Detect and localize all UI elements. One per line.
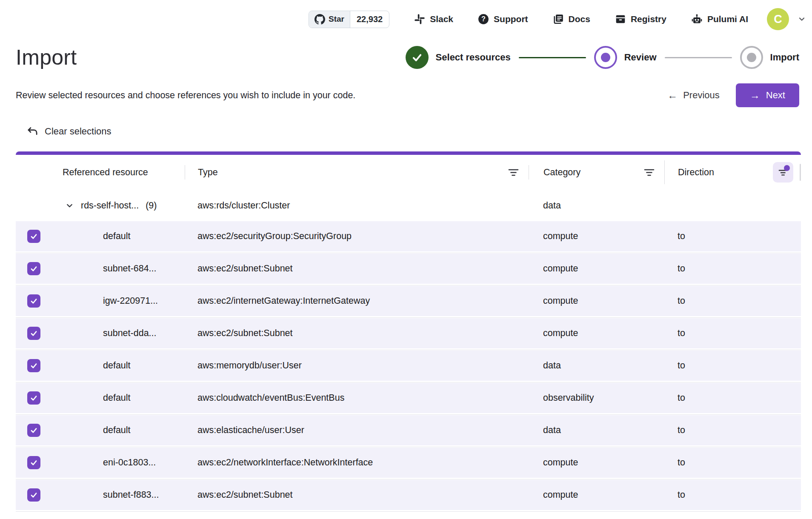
slack-icon bbox=[414, 14, 425, 25]
row-checkbox[interactable] bbox=[27, 327, 40, 340]
group-type-cell: aws:rds/cluster:Cluster bbox=[185, 200, 529, 211]
nav-link-slack[interactable]: Slack bbox=[414, 14, 453, 25]
table-row: default aws:memorydb/user:User data to bbox=[16, 351, 801, 381]
nav-link-label: Support bbox=[494, 14, 528, 24]
category-cell: compute bbox=[529, 296, 664, 306]
arrow-left-icon: ← bbox=[667, 90, 678, 100]
table-row: subnet-f883... aws:ec2/subnet:Subnet com… bbox=[16, 480, 801, 510]
direction-cell: to bbox=[664, 393, 801, 403]
step-connector bbox=[519, 57, 586, 58]
robot-icon bbox=[691, 14, 703, 25]
table-header-row: Referenced resource Type Category Direct… bbox=[16, 155, 801, 190]
resource-cell: default bbox=[47, 425, 185, 436]
group-category-cell: data bbox=[529, 200, 664, 211]
collapse-chevron-icon[interactable] bbox=[65, 201, 74, 210]
header-checkbox-spacer bbox=[16, 165, 47, 180]
category-cell: compute bbox=[529, 328, 664, 339]
nav-link-label: Docs bbox=[569, 14, 590, 24]
step-label: Review bbox=[624, 52, 657, 63]
category-filter-icon[interactable] bbox=[643, 168, 655, 177]
next-button[interactable]: → Next bbox=[736, 83, 799, 107]
row-checkbox[interactable] bbox=[27, 391, 40, 405]
category-cell: compute bbox=[529, 231, 664, 242]
type-cell: aws:ec2/subnet:Subnet bbox=[185, 490, 529, 500]
step-label: Import bbox=[770, 52, 799, 63]
direction-cell: to bbox=[664, 328, 801, 339]
direction-filter-button[interactable] bbox=[773, 162, 793, 183]
table-row: eni-0c1803... aws:ec2/networkInterface:N… bbox=[16, 448, 801, 478]
step-import: Import bbox=[740, 46, 799, 69]
table-accent-bar bbox=[16, 151, 801, 155]
row-checkbox[interactable] bbox=[27, 230, 40, 243]
column-header-direction: Direction bbox=[664, 160, 801, 184]
undo-icon bbox=[27, 127, 38, 136]
type-cell: aws:ec2/subnet:Subnet bbox=[185, 263, 529, 274]
nav-link-pulumi-ai[interactable]: Pulumi AI bbox=[691, 14, 748, 25]
type-cell: aws:elasticache/user:User bbox=[185, 425, 529, 436]
category-cell: data bbox=[529, 425, 664, 436]
table-row: subnet-dda... aws:ec2/subnet:Subnet comp… bbox=[16, 318, 801, 348]
step-review: Review bbox=[594, 46, 657, 69]
resource-cell: subnet-dda... bbox=[47, 328, 185, 339]
row-checkbox[interactable] bbox=[27, 262, 40, 275]
clear-selections-button[interactable]: Clear selections bbox=[26, 124, 112, 139]
account-menu: C bbox=[767, 8, 806, 30]
row-checkbox[interactable] bbox=[27, 456, 40, 469]
table-row: subnet-684... aws:ec2/subnet:Subnet comp… bbox=[16, 254, 801, 284]
nav-link-label: Pulumi AI bbox=[707, 14, 748, 24]
table-row: default aws:elasticache/user:User data t… bbox=[16, 415, 801, 445]
github-star-widget[interactable]: Star 22,932 bbox=[309, 11, 389, 28]
nav-link-label: Slack bbox=[430, 14, 453, 24]
type-cell: aws:ec2/internetGateway:InternetGateway bbox=[185, 296, 529, 306]
category-cell: compute bbox=[529, 490, 664, 500]
row-checkbox[interactable] bbox=[27, 488, 40, 502]
group-count: (9) bbox=[146, 200, 157, 211]
table-row: igw-220971... aws:ec2/internetGateway:In… bbox=[16, 286, 801, 316]
nav-link-docs[interactable]: Docs bbox=[553, 14, 590, 25]
resource-cell: eni-0c1803... bbox=[47, 457, 185, 468]
column-header-type: Type bbox=[185, 165, 529, 180]
step-connector bbox=[665, 57, 732, 58]
direction-cell: to bbox=[664, 296, 801, 306]
category-cell: compute bbox=[529, 263, 664, 274]
column-header-category: Category bbox=[529, 165, 664, 180]
type-cell: aws:ec2/securityGroup:SecurityGroup bbox=[185, 231, 529, 242]
table-row: default aws:ec2/securityGroup:SecurityGr… bbox=[16, 221, 801, 251]
category-cell: observability bbox=[529, 393, 664, 403]
type-filter-icon[interactable] bbox=[508, 168, 519, 177]
nav-link-label: Registry bbox=[631, 14, 666, 24]
avatar[interactable]: C bbox=[767, 8, 789, 30]
resource-cell: default bbox=[47, 360, 185, 371]
resource-cell: default bbox=[47, 231, 185, 242]
previous-button[interactable]: ← Previous bbox=[666, 87, 721, 103]
table-row: default aws:cloudwatch/eventBus:EventBus… bbox=[16, 383, 801, 413]
github-star-count: 22,932 bbox=[350, 11, 389, 28]
direction-cell: to bbox=[664, 263, 801, 274]
column-header-referenced-resource: Referenced resource bbox=[47, 165, 185, 180]
nav-link-registry[interactable]: Registry bbox=[615, 14, 666, 25]
type-cell: aws:memorydb/user:User bbox=[185, 360, 529, 371]
chevron-down-icon[interactable] bbox=[798, 15, 806, 23]
type-cell: aws:cloudwatch/eventBus:EventBus bbox=[185, 393, 529, 403]
row-checkbox[interactable] bbox=[27, 424, 40, 437]
resources-table: Referenced resource Type Category Direct… bbox=[16, 151, 801, 510]
group-row-rds-cluster[interactable]: rds-self-host... (9) aws:rds/cluster:Clu… bbox=[16, 190, 801, 221]
active-filter-badge bbox=[784, 165, 790, 171]
row-checkbox[interactable] bbox=[27, 294, 40, 308]
step-current-icon bbox=[594, 46, 617, 69]
nav-link-support[interactable]: ? Support bbox=[478, 14, 528, 25]
resource-cell: igw-220971... bbox=[47, 296, 185, 306]
registry-icon bbox=[615, 14, 626, 25]
docs-icon bbox=[553, 14, 564, 25]
step-select-resources: Select resources bbox=[406, 46, 511, 69]
row-checkbox[interactable] bbox=[27, 359, 40, 372]
direction-cell: to bbox=[664, 490, 801, 500]
step-label: Select resources bbox=[436, 52, 511, 63]
resource-cell: default bbox=[47, 393, 185, 403]
step-upcoming-icon bbox=[740, 46, 763, 69]
resource-cell: subnet-684... bbox=[47, 263, 185, 274]
direction-cell: to bbox=[664, 425, 801, 436]
resource-cell: subnet-f883... bbox=[47, 490, 185, 500]
github-icon bbox=[315, 14, 325, 25]
arrow-right-icon: → bbox=[750, 90, 760, 100]
